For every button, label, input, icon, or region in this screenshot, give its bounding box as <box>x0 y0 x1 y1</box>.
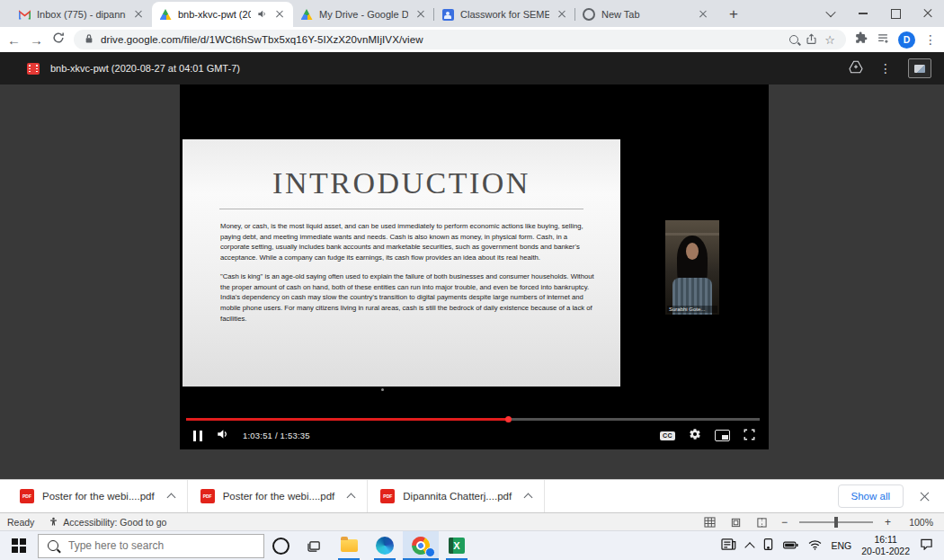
close-icon <box>923 9 932 18</box>
close-window-button[interactable] <box>912 0 944 27</box>
system-tray: ENG 16:11 20-01-2022 <box>721 531 944 560</box>
more-actions-icon[interactable]: ⋮ <box>879 62 892 75</box>
drive-icon <box>159 8 172 21</box>
excel-ready-label: Ready <box>7 517 34 528</box>
task-view-icon <box>307 539 322 552</box>
minimize-button[interactable] <box>847 0 879 27</box>
taskbar-excel[interactable]: X <box>439 531 475 560</box>
chevron-up-icon[interactable] <box>347 493 356 502</box>
download-item[interactable]: PDF Poster for the webi....pdf <box>188 480 369 512</box>
zoom-in-button[interactable]: + <box>885 517 891 528</box>
settings-gear-icon[interactable] <box>689 428 701 444</box>
bookmark-star-icon[interactable]: ☆ <box>824 34 835 46</box>
pdf-icon: PDF <box>200 489 215 503</box>
drive-icon <box>300 8 313 21</box>
tab-audio-icon[interactable] <box>257 9 267 21</box>
normal-view-button[interactable] <box>703 516 717 529</box>
zoom-slider-thumb[interactable] <box>834 517 838 528</box>
maximize-button[interactable] <box>879 0 912 27</box>
tab-close-button[interactable] <box>414 8 427 21</box>
download-item[interactable]: PDF Dipannita Chatterj....pdf <box>368 480 545 512</box>
tab-new-tab[interactable]: New Tab <box>575 2 717 27</box>
webcam-person-face <box>686 243 699 260</box>
clock-time: 16:11 <box>861 534 910 546</box>
zoom-slider[interactable] <box>799 521 873 523</box>
side-panel-icon[interactable] <box>877 31 889 48</box>
extensions-puzzle-icon[interactable] <box>855 31 868 48</box>
search-input[interactable] <box>67 538 254 553</box>
share-icon[interactable] <box>806 33 817 47</box>
pdf-icon: PDF <box>20 489 34 503</box>
tab-classroom[interactable]: Classwork for SEMESTER III S <box>434 2 575 27</box>
close-icon <box>558 11 566 18</box>
tab-close-button[interactable] <box>273 8 286 21</box>
windows-logo-icon <box>12 538 25 552</box>
desktop-screen: Inbox (775) - dipannita.chatte bnb-xkvc-… <box>0 0 944 560</box>
profile-avatar[interactable]: D <box>898 31 915 49</box>
webcam-name-label: Surabhi Gote... <box>667 306 717 313</box>
forward-button[interactable]: → <box>30 33 43 47</box>
reload-button[interactable] <box>52 31 65 48</box>
download-filename: Dipannita Chatterj....pdf <box>403 491 512 502</box>
slide-title: INTRODUCTION <box>183 166 620 200</box>
language-indicator[interactable]: ENG <box>832 540 852 551</box>
presentation-slide: INTRODUCTION Money, or cash, is the most… <box>183 139 620 387</box>
taskbar-search-box[interactable] <box>38 534 264 558</box>
clock[interactable]: 16:11 20-01-2022 <box>861 534 910 557</box>
tab-gmail-inbox[interactable]: Inbox (775) - dipannita.chatte <box>11 2 152 27</box>
file-explorer-icon <box>341 539 358 552</box>
pause-button[interactable] <box>193 431 202 441</box>
windows-taskbar: X ENG 16:11 20-01-2022 <box>0 530 944 560</box>
your-phone-icon[interactable] <box>763 538 773 555</box>
taskbar-file-explorer[interactable] <box>331 531 367 560</box>
tab-close-button[interactable] <box>556 8 568 21</box>
webcam-overlay: Surabhi Gote... <box>665 220 719 315</box>
video-progress-fill <box>186 418 509 421</box>
accessibility-status[interactable]: Accessibility: Good to go <box>49 517 166 528</box>
close-downloads-icon[interactable] <box>920 492 930 502</box>
chevron-up-icon[interactable] <box>524 493 533 502</box>
show-all-button[interactable]: Show all <box>838 484 904 508</box>
volume-icon[interactable] <box>216 428 229 444</box>
tab-close-button[interactable] <box>697 8 709 21</box>
page-layout-view-button[interactable] <box>729 516 744 529</box>
chevron-up-icon[interactable] <box>166 493 175 502</box>
maximize-icon <box>891 9 901 19</box>
cortana-button[interactable] <box>264 531 298 560</box>
tab-drive-video-active[interactable]: bnb-xkvc-pwt (2020-08-2 <box>152 2 293 27</box>
video-player[interactable]: INTRODUCTION Money, or cash, is the most… <box>180 84 769 449</box>
task-view-button[interactable] <box>298 531 331 560</box>
open-in-new-window-button[interactable] <box>908 58 931 78</box>
notification-center-icon[interactable] <box>920 538 933 554</box>
fullscreen-icon[interactable] <box>744 428 755 444</box>
start-button[interactable] <box>0 531 38 560</box>
hidden-icons-chevron[interactable] <box>744 542 754 552</box>
zoom-percent-label[interactable]: 100% <box>903 517 933 528</box>
address-bar[interactable]: drive.google.com/file/d/1WCt6hSwTbx5xq16… <box>74 30 846 49</box>
tab-my-drive[interactable]: My Drive - Google Drive <box>293 2 434 27</box>
cortana-icon <box>272 538 289 555</box>
edge-icon <box>376 537 394 555</box>
browser-menu-icon[interactable]: ⋮ <box>924 33 937 46</box>
taskbar-chrome[interactable] <box>403 531 439 560</box>
zoom-out-button[interactable]: − <box>781 517 788 528</box>
miniplayer-icon[interactable] <box>715 430 730 441</box>
back-button[interactable]: ← <box>7 33 21 47</box>
window-menu-button[interactable] <box>815 0 847 27</box>
captions-button[interactable]: CC <box>660 431 675 440</box>
zoom-page-icon[interactable] <box>789 35 798 44</box>
download-item[interactable]: PDF Poster for the webi....pdf <box>7 480 188 512</box>
lock-icon[interactable] <box>85 33 94 46</box>
add-to-drive-icon[interactable] <box>849 60 863 77</box>
wifi-icon[interactable] <box>808 538 822 554</box>
new-tab-button[interactable]: + <box>722 3 745 26</box>
close-icon <box>276 11 283 18</box>
page-break-view-button[interactable] <box>755 516 770 529</box>
video-progress-bar[interactable] <box>186 418 760 421</box>
clock-date: 20-01-2022 <box>861 546 910 557</box>
close-icon <box>699 11 707 18</box>
news-widget-icon[interactable] <box>721 538 736 555</box>
tab-close-button[interactable] <box>132 8 145 21</box>
taskbar-edge[interactable] <box>367 531 403 560</box>
battery-icon[interactable] <box>783 538 798 554</box>
